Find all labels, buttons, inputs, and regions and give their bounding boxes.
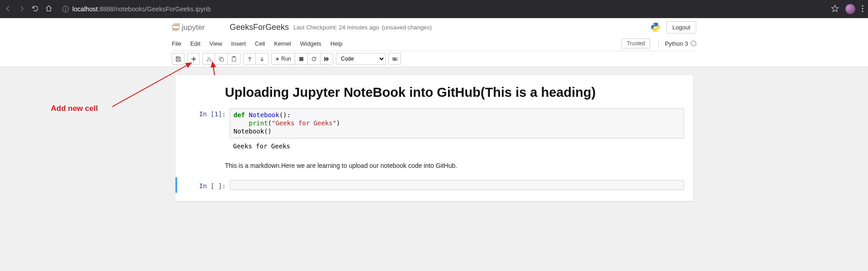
interrupt-kernel-button[interactable] bbox=[295, 53, 308, 65]
notebook-container: Add new cell Delete selected cell Upload… bbox=[0, 67, 868, 214]
run-button[interactable]: Run bbox=[271, 53, 295, 65]
svg-point-4 bbox=[179, 24, 180, 25]
browser-right-actions bbox=[831, 4, 863, 14]
kernel-idle-icon bbox=[691, 41, 696, 46]
menu-file[interactable]: File bbox=[172, 38, 186, 50]
trusted-indicator[interactable]: Trusted bbox=[622, 38, 650, 48]
notebook-body: Uploading Jupyter NoteBook into GitHub(T… bbox=[175, 75, 693, 201]
nav-buttons bbox=[5, 5, 52, 14]
output-prompt-1 bbox=[184, 140, 230, 152]
code-cell-empty[interactable]: In [ ]: bbox=[175, 177, 693, 193]
checkpoint-status: Last Checkpoint: 24 minutes ago bbox=[293, 24, 379, 31]
notebook-name[interactable]: GeeksForGeeks bbox=[230, 23, 289, 32]
svg-point-7 bbox=[207, 60, 208, 61]
menu-help[interactable]: Help bbox=[326, 38, 347, 50]
menu-icon[interactable] bbox=[862, 5, 863, 14]
svg-rect-16 bbox=[394, 58, 395, 58]
browser-toolbar: i localhost:8888/notebooks/GeeksForGeeks… bbox=[0, 0, 868, 18]
code-output-1: Geeks for Geeks bbox=[230, 140, 684, 152]
command-palette-button[interactable] bbox=[388, 53, 401, 65]
svg-rect-10 bbox=[221, 58, 224, 61]
input-prompt-1: In [1]: bbox=[184, 108, 230, 138]
menu-insert[interactable]: Insert bbox=[226, 38, 250, 50]
svg-rect-13 bbox=[299, 57, 303, 61]
menu-view[interactable]: View bbox=[205, 38, 226, 50]
svg-point-3 bbox=[172, 24, 179, 31]
markdown-cell-heading[interactable]: Uploading Jupyter NoteBook into GitHub(T… bbox=[175, 83, 693, 105]
code-cell-1[interactable]: In [1]: def Notebook(): print("Geeks for… bbox=[175, 105, 693, 155]
svg-rect-17 bbox=[395, 58, 396, 58]
reload-button[interactable] bbox=[32, 5, 39, 14]
copy-cell-button[interactable] bbox=[215, 53, 228, 65]
menu-bar: File Edit View Insert Cell Kernel Widget… bbox=[172, 36, 696, 51]
run-label: Run bbox=[281, 56, 291, 62]
svg-rect-11 bbox=[232, 57, 236, 61]
annotation-text-add: Add new cell bbox=[51, 104, 98, 113]
save-button[interactable] bbox=[172, 53, 184, 65]
add-cell-button[interactable] bbox=[187, 53, 200, 65]
url-text: localhost:8888/notebooks/GeeksForGeeks.i… bbox=[72, 5, 211, 13]
home-button[interactable] bbox=[45, 5, 52, 14]
input-prompt-empty: In [ ]: bbox=[184, 180, 230, 190]
restart-run-all-button[interactable] bbox=[321, 53, 333, 65]
autosave-status: (unsaved changes) bbox=[382, 24, 432, 31]
site-info-icon[interactable]: i bbox=[62, 6, 69, 12]
profile-avatar[interactable] bbox=[845, 4, 855, 14]
jupyter-logo[interactable]: jupyter bbox=[172, 21, 222, 33]
menu-kernel[interactable]: Kernel bbox=[269, 38, 296, 50]
jupyter-app: jupyter GeeksForGeeks Last Checkpoint: 2… bbox=[0, 18, 868, 214]
rendered-paragraph: This is a markdown.Here we are learning … bbox=[225, 162, 693, 169]
svg-rect-12 bbox=[233, 56, 235, 57]
restart-kernel-button[interactable] bbox=[308, 53, 321, 65]
code-input-empty[interactable] bbox=[230, 180, 684, 190]
toolbar: Run Code bbox=[172, 51, 696, 67]
svg-point-0 bbox=[862, 5, 863, 6]
menu-edit[interactable]: Edit bbox=[186, 38, 205, 50]
svg-point-2 bbox=[862, 10, 863, 12]
svg-rect-15 bbox=[393, 58, 394, 58]
paste-cell-button[interactable] bbox=[228, 53, 241, 65]
bookmark-icon[interactable] bbox=[831, 5, 839, 14]
back-button[interactable] bbox=[5, 5, 12, 14]
move-cell-down-button[interactable] bbox=[256, 53, 269, 65]
svg-point-5 bbox=[172, 30, 173, 31]
rendered-heading: Uploading Jupyter NoteBook into GitHub(T… bbox=[225, 85, 693, 100]
markdown-cell-paragraph[interactable]: This is a markdown.Here we are learning … bbox=[175, 155, 693, 177]
code-input-1[interactable]: def Notebook(): print("Geeks for Geeks")… bbox=[230, 108, 684, 138]
cut-cell-button[interactable] bbox=[203, 53, 215, 65]
svg-point-1 bbox=[862, 8, 863, 9]
notebook-header: jupyter GeeksForGeeks Last Checkpoint: 2… bbox=[0, 18, 868, 67]
svg-rect-18 bbox=[393, 59, 396, 60]
kernel-name: Python 3 bbox=[665, 40, 688, 47]
svg-point-8 bbox=[210, 60, 211, 61]
logout-button[interactable]: Logout bbox=[666, 21, 696, 33]
kernel-indicator[interactable]: Python 3 bbox=[658, 40, 696, 47]
cell-type-select[interactable]: Code bbox=[336, 53, 386, 65]
forward-button[interactable] bbox=[18, 5, 25, 14]
menu-cell[interactable]: Cell bbox=[250, 38, 269, 50]
svg-text:jupyter: jupyter bbox=[181, 23, 205, 32]
address-bar[interactable]: i localhost:8888/notebooks/GeeksForGeeks… bbox=[59, 3, 825, 15]
menu-widgets[interactable]: Widgets bbox=[296, 38, 326, 50]
move-cell-up-button[interactable] bbox=[243, 53, 256, 65]
python-logo-icon bbox=[650, 22, 661, 33]
